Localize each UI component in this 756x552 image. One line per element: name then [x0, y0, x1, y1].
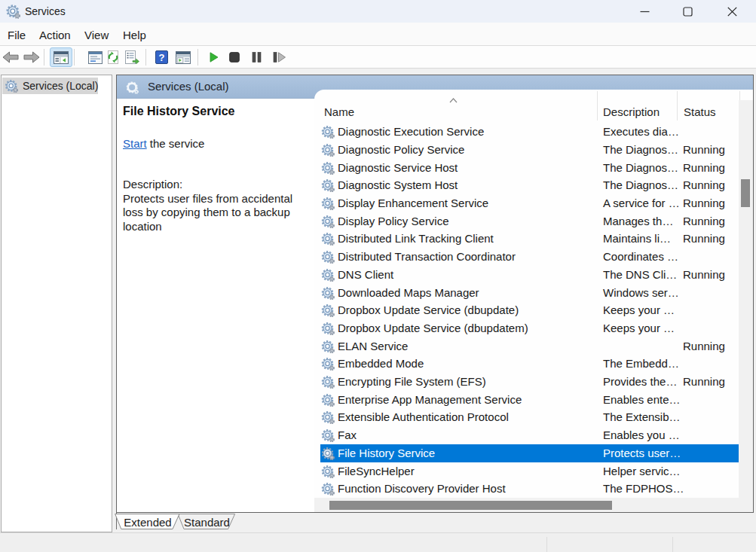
svg-text:?: ?	[158, 52, 164, 63]
minimize-button[interactable]	[623, 0, 666, 23]
forward-button[interactable]	[21, 47, 42, 67]
table-row[interactable]: Diagnostic Service HostThe Diagnos…Runni…	[320, 159, 739, 177]
menu-item-action[interactable]: Action	[39, 24, 71, 47]
table-row[interactable]: Dropbox Update Service (dbupdatem)Keeps …	[320, 319, 739, 337]
service-name-cell: FileSyncHelper	[338, 462, 415, 480]
vertical-scrollbar[interactable]	[739, 100, 754, 498]
maximize-icon	[683, 7, 693, 17]
service-status-cell: Running	[683, 141, 725, 159]
results-header-title: Services (Local)	[148, 75, 229, 97]
start-service-link[interactable]: Start	[123, 137, 147, 150]
table-row[interactable]: Diagnostic Execution ServiceExecutes dia…	[320, 123, 739, 141]
pause-service-button[interactable]	[246, 47, 267, 67]
show-console-tree-icon	[54, 51, 69, 64]
close-icon	[727, 7, 737, 17]
column-separator	[597, 91, 598, 120]
tab-standard[interactable]: Standard	[184, 517, 230, 529]
table-row[interactable]: Function Discovery Provider HostThe FDPH…	[320, 480, 739, 498]
service-name-cell: Diagnostic Policy Service	[338, 141, 464, 159]
column-header-description[interactable]: Description	[603, 105, 660, 119]
service-action-line: Start the service	[123, 136, 204, 151]
service-description-cell: Protects user…	[603, 444, 681, 462]
service-gear-icon	[321, 197, 335, 210]
service-status-cell: Running	[683, 373, 725, 391]
service-gear-icon	[321, 286, 335, 300]
table-row[interactable]: Distributed Link Tracking ClientMaintain…	[320, 230, 739, 248]
service-name-cell: Display Enhancement Service	[338, 194, 488, 212]
back-icon	[2, 51, 19, 63]
statusbar-divider	[546, 537, 547, 552]
restart-service-icon	[273, 52, 286, 63]
titlebar[interactable]: Services	[0, 0, 756, 23]
table-row[interactable]: Extensible Authentication ProtocolThe Ex…	[320, 408, 739, 426]
service-gear-icon	[321, 375, 335, 389]
export-list-button[interactable]	[121, 47, 142, 67]
service-rows: Diagnostic Execution ServiceExecutes dia…	[320, 123, 739, 498]
show-console-tree-button[interactable]	[50, 47, 72, 67]
table-row-selected[interactable]: File History ServiceProtects user…	[320, 444, 739, 462]
table-row[interactable]: Distributed Transaction CoordinatorCoord…	[320, 248, 739, 266]
restart-service-button[interactable]	[268, 47, 289, 67]
column-header-name[interactable]: Name	[324, 105, 354, 119]
help-icon: ?	[155, 50, 168, 64]
service-name-cell: Fax	[338, 426, 357, 444]
maximize-button[interactable]	[666, 0, 709, 23]
back-button[interactable]	[0, 47, 21, 67]
table-row[interactable]: DNS ClientThe DNS Cli…Running	[320, 266, 739, 284]
service-description-cell: The Extensib…	[603, 408, 681, 426]
menu-item-file[interactable]: File	[8, 24, 26, 47]
service-description-cell: Maintains li…	[603, 230, 671, 248]
horizontal-scrollbar-thumb[interactable]	[329, 501, 612, 510]
vertical-scrollbar-thumb[interactable]	[741, 179, 750, 207]
service-description-cell: Enables ente…	[603, 391, 681, 409]
service-description: Description:Protects user files from acc…	[123, 178, 304, 234]
service-description-cell: Keeps your …	[603, 319, 675, 337]
service-name-cell: File History Service	[338, 444, 435, 462]
tab-extended[interactable]: Extended	[124, 517, 171, 529]
service-gear-icon	[321, 250, 335, 264]
column-header-status[interactable]: Status	[684, 105, 716, 119]
service-name-cell: Embedded Mode	[338, 355, 424, 373]
menubar: FileActionViewHelp	[0, 23, 756, 46]
table-row[interactable]: Encrypting File System (EFS)Provides the…	[320, 373, 739, 391]
menu-item-help[interactable]: Help	[123, 24, 146, 47]
service-description-cell: Helper servic…	[603, 462, 681, 480]
service-name-cell: DNS Client	[338, 266, 393, 284]
table-row[interactable]: ELAN ServiceRunning	[320, 337, 739, 355]
service-name-cell: Diagnostic System Host	[338, 176, 458, 194]
close-button[interactable]	[709, 0, 754, 23]
service-description-cell: Windows ser…	[603, 284, 679, 302]
help-button[interactable]: ?	[151, 47, 172, 67]
table-row[interactable]: Dropbox Update Service (dbupdate)Keeps y…	[320, 301, 739, 319]
show-action-pane-button[interactable]	[173, 47, 194, 67]
table-row[interactable]: Diagnostic System HostThe Diagnos…Runnin…	[320, 176, 739, 194]
stop-service-button[interactable]	[224, 47, 245, 67]
services-window: Services FileActionViewHelp	[0, 0, 756, 552]
sort-ascending-icon	[449, 98, 458, 103]
service-status-cell: Running	[683, 337, 725, 355]
table-row[interactable]: Display Policy ServiceManages th…Running	[320, 212, 739, 230]
table-row[interactable]: FaxEnables you …	[320, 426, 739, 444]
start-service-button[interactable]	[204, 47, 225, 67]
tree-item-services-local[interactable]: Services (Local)	[2, 78, 98, 94]
table-row[interactable]: Embedded ModeThe Embedd…	[320, 355, 739, 373]
service-name-cell: Extensible Authentication Protocol	[338, 408, 509, 426]
service-name-cell: Distributed Transaction Coordinator	[338, 248, 516, 266]
refresh-button[interactable]	[103, 47, 124, 67]
service-description-cell: Keeps your …	[603, 301, 675, 319]
table-row[interactable]: FileSyncHelperHelper servic…	[320, 462, 739, 480]
toolbar-separator	[74, 49, 75, 66]
services-gears-icon	[5, 3, 20, 19]
menu-item-view[interactable]: View	[84, 24, 109, 47]
refresh-icon	[106, 50, 120, 64]
table-row[interactable]: Downloaded Maps ManagerWindows ser…	[320, 284, 739, 302]
service-description-cell: The DNS Cli…	[603, 266, 677, 284]
service-description-cell: The Diagnos…	[603, 176, 678, 194]
service-status-cell: Running	[683, 212, 725, 230]
service-gear-icon	[321, 465, 335, 478]
horizontal-scrollbar[interactable]	[314, 498, 753, 512]
table-row[interactable]: Display Enhancement ServiceA service for…	[320, 194, 739, 212]
service-name-cell: Diagnostic Execution Service	[338, 123, 484, 141]
table-row[interactable]: Enterprise App Management ServiceEnables…	[320, 391, 739, 409]
table-row[interactable]: Diagnostic Policy ServiceThe Diagnos…Run…	[320, 141, 739, 159]
